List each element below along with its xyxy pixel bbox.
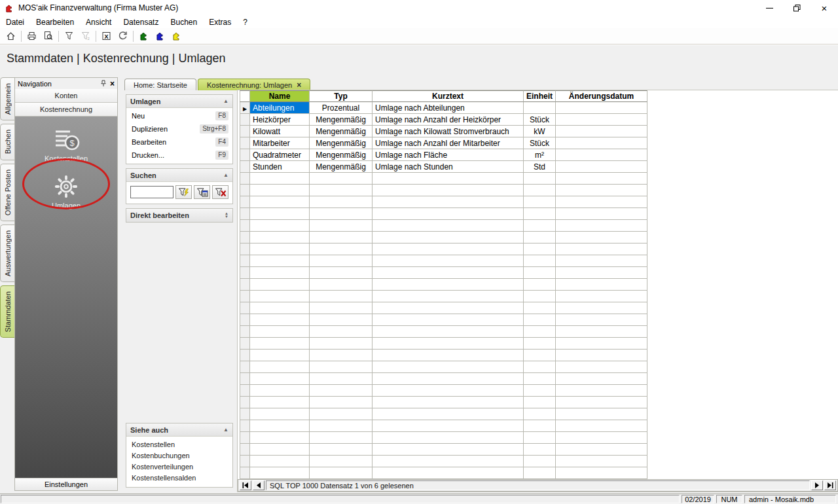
empty-row[interactable] bbox=[240, 255, 648, 267]
empty-row[interactable] bbox=[240, 326, 648, 338]
empty-row[interactable] bbox=[240, 456, 648, 467]
table-row[interactable]: Kilowatt Mengenmäßig Umlage nach Kilowat… bbox=[240, 126, 648, 137]
side-tab[interactable]: Allgemein bbox=[0, 77, 14, 120]
column-header-aenderungsdatum[interactable]: Änderungsdatum bbox=[556, 90, 647, 102]
cell-einheit[interactable]: Stück bbox=[524, 137, 556, 149]
cell-datum[interactable] bbox=[556, 137, 647, 149]
table-row[interactable]: Abteilungen Prozentual Umlage nach Abtei… bbox=[240, 102, 648, 114]
restore-button[interactable] bbox=[783, 0, 811, 16]
group-direkt-header[interactable]: Direkt bearbeiten ▲▼ bbox=[126, 209, 232, 222]
cell-einheit[interactable]: kW bbox=[524, 126, 556, 137]
see-also-link[interactable]: Kostenstellen bbox=[126, 439, 232, 450]
minimize-button[interactable] bbox=[756, 0, 783, 16]
cell-einheit[interactable]: m² bbox=[524, 149, 556, 161]
column-header-einheit[interactable]: Einheit bbox=[524, 90, 556, 102]
cell-typ[interactable]: Mengenmäßig bbox=[310, 114, 373, 126]
pin-icon[interactable] bbox=[100, 80, 107, 87]
see-also-link[interactable]: Kostenverteilungen bbox=[126, 461, 232, 473]
empty-row[interactable] bbox=[240, 232, 648, 243]
empty-row[interactable] bbox=[240, 267, 648, 279]
home-icon[interactable] bbox=[3, 29, 19, 43]
menu-item[interactable]: Buchen bbox=[164, 17, 203, 27]
group-umlagen-header[interactable]: Umlagen ▲ bbox=[126, 95, 232, 108]
empty-row[interactable] bbox=[240, 173, 648, 185]
shortcut-umlagen[interactable]: Umlagen bbox=[15, 174, 117, 209]
puzzle-yellow-icon[interactable] bbox=[168, 29, 185, 43]
cell-datum[interactable] bbox=[556, 102, 647, 114]
command-item[interactable]: Bearbeiten F4 bbox=[126, 135, 232, 149]
cell-einheit[interactable] bbox=[524, 102, 556, 114]
empty-row[interactable] bbox=[240, 279, 648, 291]
see-also-link[interactable]: Kostenbuchungen bbox=[126, 450, 232, 461]
tab-close-icon[interactable]: × bbox=[297, 82, 301, 88]
cell-name[interactable]: Kilowatt bbox=[250, 126, 310, 137]
empty-row[interactable] bbox=[240, 385, 648, 397]
empty-row[interactable] bbox=[240, 350, 648, 361]
column-header-typ[interactable]: Typ bbox=[310, 90, 373, 102]
empty-row[interactable] bbox=[240, 314, 648, 326]
cell-typ[interactable]: Prozentual bbox=[310, 102, 373, 114]
command-item[interactable]: Neu F8 bbox=[126, 109, 232, 122]
apply-filter-icon[interactable] bbox=[175, 185, 192, 199]
table-row[interactable]: Quadratmeter Mengenmäßig Umlage nach Flä… bbox=[240, 149, 648, 161]
empty-row[interactable] bbox=[240, 243, 648, 255]
navigation-group-button[interactable]: Kostenrechnung bbox=[15, 103, 117, 117]
puzzle-blue-icon[interactable] bbox=[152, 29, 168, 43]
side-tab[interactable]: Buchen bbox=[0, 124, 14, 160]
cell-kurztext[interactable]: Umlage nach Anzahl der Heizkörper bbox=[373, 114, 524, 126]
command-item[interactable]: Drucken... F9 bbox=[126, 149, 232, 162]
cell-datum[interactable] bbox=[556, 114, 647, 126]
cell-datum[interactable] bbox=[556, 126, 647, 137]
cell-kurztext[interactable]: Umlage nach Kilowatt Stromverbrauch bbox=[373, 126, 524, 137]
empty-row[interactable] bbox=[240, 361, 648, 373]
cell-typ[interactable]: Mengenmäßig bbox=[310, 149, 373, 161]
document-tab[interactable]: Home: Startseite bbox=[124, 79, 196, 90]
cell-typ[interactable]: Mengenmäßig bbox=[310, 137, 373, 149]
menu-item[interactable]: Datei bbox=[0, 17, 30, 27]
exit-box-icon[interactable]: X bbox=[98, 29, 115, 43]
side-tab[interactable]: Auswertungen bbox=[0, 225, 14, 282]
side-tab[interactable]: Offene Posten bbox=[0, 164, 14, 221]
empty-row[interactable] bbox=[240, 185, 648, 196]
navigation-group-button[interactable]: Konten bbox=[15, 89, 117, 103]
group-suchen-header[interactable]: Suchen ▲ bbox=[126, 169, 232, 182]
cell-name[interactable]: Mitarbeiter bbox=[250, 137, 310, 149]
filter-icon[interactable] bbox=[61, 29, 77, 43]
empty-row[interactable] bbox=[240, 408, 648, 420]
empty-row[interactable] bbox=[240, 420, 648, 432]
cell-kurztext[interactable]: Umlage nach Abteilungen bbox=[373, 102, 524, 114]
menu-item[interactable]: Datensatz bbox=[117, 17, 164, 27]
next-record-icon[interactable] bbox=[811, 480, 823, 490]
cell-typ[interactable]: Mengenmäßig bbox=[310, 161, 373, 173]
side-tab[interactable]: Stammdaten bbox=[0, 285, 14, 338]
filter-2-icon[interactable]: 2 bbox=[77, 29, 94, 43]
cell-name[interactable]: Heizkörper bbox=[250, 114, 310, 126]
puzzle-green-icon[interactable] bbox=[136, 29, 152, 43]
close-window-button[interactable]: × bbox=[811, 0, 838, 16]
empty-row[interactable] bbox=[240, 208, 648, 220]
first-record-icon[interactable] bbox=[240, 480, 251, 490]
cell-datum[interactable] bbox=[556, 149, 647, 161]
refresh-icon[interactable] bbox=[115, 29, 131, 43]
table-row[interactable]: Mitarbeiter Mengenmäßig Umlage nach Anza… bbox=[240, 137, 648, 149]
cell-datum[interactable] bbox=[556, 161, 647, 173]
print-preview-icon[interactable] bbox=[40, 29, 56, 43]
cell-typ[interactable]: Mengenmäßig bbox=[310, 126, 373, 137]
settings-button[interactable]: Einstellungen bbox=[15, 478, 117, 490]
document-tab[interactable]: Kostenrechnung: Umlagen × bbox=[198, 79, 310, 90]
empty-row[interactable] bbox=[240, 291, 648, 302]
empty-row[interactable] bbox=[240, 220, 648, 232]
table-row[interactable]: Stunden Mengenmäßig Umlage nach Stunden … bbox=[240, 161, 648, 173]
cell-kurztext[interactable]: Umlage nach Stunden bbox=[373, 161, 524, 173]
empty-row[interactable] bbox=[240, 467, 648, 479]
empty-row[interactable] bbox=[240, 338, 648, 350]
previous-record-icon[interactable] bbox=[253, 480, 264, 490]
column-header-name[interactable]: Name bbox=[250, 90, 310, 102]
filter-form-icon[interactable] bbox=[194, 185, 210, 199]
empty-row[interactable] bbox=[240, 432, 648, 444]
last-record-icon[interactable] bbox=[824, 480, 836, 490]
column-header-kurztext[interactable]: Kurztext bbox=[373, 90, 524, 102]
print-icon[interactable] bbox=[24, 29, 40, 43]
cell-kurztext[interactable]: Umlage nach Fläche bbox=[373, 149, 524, 161]
group-siehe-header[interactable]: Siehe auch ▲ bbox=[126, 423, 232, 437]
